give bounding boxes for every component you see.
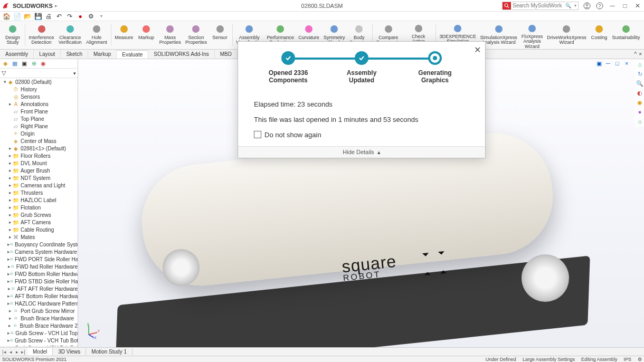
new-icon[interactable]: 📄 — [13, 13, 21, 20]
expand-icon[interactable]: ▾ — [2, 79, 7, 84]
expand-icon[interactable]: ▸ — [7, 308, 13, 313]
tree-item[interactable]: ◈Center of Mass — [0, 137, 78, 145]
tree-item[interactable]: ⌖Origin — [0, 130, 78, 137]
title-chevron-icon[interactable]: ▸ — [55, 3, 58, 8]
tree-search-icon[interactable]: ⊕ — [30, 60, 37, 68]
ribbon-markup[interactable]: Markup — [136, 22, 157, 48]
tree-pattern[interactable]: ▸⌗FWD PORT Side Roller Hardware — [0, 255, 78, 263]
help-icon[interactable]: ? — [595, 2, 604, 10]
sidebar-filter[interactable]: ▽ ▾ — [0, 69, 78, 78]
tab-mbd[interactable]: MBD — [215, 50, 238, 58]
ribbon-driveworksxpress-wizard[interactable]: DriveWorksXpress Wizard — [545, 22, 588, 48]
search-input[interactable] — [511, 3, 564, 8]
expand-icon[interactable]: ▸ — [7, 227, 13, 232]
tree-item[interactable]: ▱Top Plane — [0, 115, 78, 122]
search-dropdown-icon[interactable]: ▾ — [573, 3, 578, 8]
vp-tile-icon[interactable]: ▣ — [596, 60, 604, 68]
expand-icon[interactable]: ▸ — [7, 183, 13, 188]
expand-icon[interactable]: ▸ — [7, 160, 13, 166]
tabstrip-minimize-icon[interactable]: ^ — [634, 51, 637, 57]
tree-pattern[interactable]: ▸⌗AFT Bottom Roller Hardware HD — [0, 292, 78, 300]
status-segment[interactable]: Large Assembly Settings — [523, 357, 575, 362]
ribbon-mass-properties[interactable]: Mass Properties — [157, 22, 183, 48]
save-icon[interactable]: 💾 — [34, 13, 42, 20]
btab-next-icon[interactable]: ▸ — [14, 349, 20, 355]
feature-tree[interactable]: ▾◆02800 (Default)⏱History◎Sensors▸AAnnot… — [0, 78, 78, 346]
expand-icon[interactable]: ▸ — [7, 101, 13, 107]
tree-pattern[interactable]: ▸⌗Port Grub Screw Mirror — [0, 307, 78, 315]
tree-pattern[interactable]: ▸⌗Brush Brace Hardware 2 — [0, 322, 78, 329]
expand-icon[interactable]: ▸ — [7, 153, 13, 158]
vt-appearance-icon[interactable]: ● — [636, 108, 644, 116]
tree-item[interactable]: ▱Right Plane — [0, 122, 78, 130]
search-zoom-icon[interactable]: 🔍 — [564, 3, 573, 8]
tree-root[interactable]: ▾◆02800 (Default) — [0, 78, 78, 85]
open-icon[interactable]: 📂 — [23, 13, 32, 20]
bottom-tab-3d-views[interactable]: 3D Views — [53, 348, 86, 355]
expand-icon[interactable]: ▸ — [7, 234, 13, 240]
btab-last-icon[interactable]: ▸| — [20, 349, 26, 355]
search-box[interactable]: 🔍 ▾ — [502, 2, 579, 10]
expand-icon[interactable]: ▸ — [7, 205, 13, 210]
maximize-button[interactable]: □ — [621, 2, 629, 10]
expand-icon[interactable]: ▸ — [7, 212, 13, 217]
vt-home-icon[interactable]: ⌂ — [636, 60, 644, 69]
hide-details-button[interactable]: Hide Details ▴ — [238, 146, 485, 158]
btab-prev-icon[interactable]: ◂ — [7, 349, 14, 355]
options-icon[interactable]: ⚙ — [87, 13, 95, 20]
rebuild-icon[interactable]: ● — [76, 13, 84, 20]
expand-icon[interactable]: ▸ — [7, 168, 13, 173]
tree-pattern[interactable]: ▸⌗FWD Bottom Roller Hardware — [0, 270, 78, 278]
tree-pattern[interactable]: ▸⌗FWD STBD Side Roller Hardware — [0, 278, 78, 285]
ribbon-measure[interactable]: Measure — [113, 22, 135, 48]
expand-icon[interactable]: ▸ — [7, 175, 13, 180]
ribbon-floxpress-analysis-wizard[interactable]: FloXpress Analysis Wizard — [519, 22, 545, 48]
tree-pattern[interactable]: ▸⌗Grub Screw - VCH Tub Bottom — [0, 337, 78, 344]
btab-first-icon[interactable]: |◂ — [1, 349, 7, 355]
expand-icon[interactable]: ▸ — [7, 146, 13, 151]
tree-folder[interactable]: ▸📁NDT System — [0, 174, 78, 182]
minimize-button[interactable]: ─ — [608, 2, 617, 10]
vt-orbit-icon[interactable]: ↻ — [636, 70, 644, 78]
tabstrip-close-icon[interactable]: × — [639, 51, 642, 57]
tree-folder[interactable]: ▸📁DVL Mount — [0, 159, 78, 167]
tab-solidworks-add-ins[interactable]: SOLIDWORKS Add-Ins — [148, 50, 214, 58]
do-not-show-checkbox[interactable] — [254, 131, 261, 138]
status-gear-icon[interactable]: ⚙ — [638, 357, 642, 362]
vt-scene-icon[interactable]: ☼ — [636, 117, 644, 126]
ribbon-costing[interactable]: Costing — [589, 22, 610, 48]
tree-item[interactable]: ▱Front Plane — [0, 108, 78, 115]
expand-icon[interactable]: ▸ — [7, 220, 13, 225]
redo-icon[interactable]: ↷ — [65, 13, 74, 20]
home-icon[interactable]: 🏠 — [2, 13, 11, 20]
tree-pattern[interactable]: ▸⌗Grub Screw - VCH Lid Top — [0, 329, 78, 337]
tree-folder[interactable]: ▸📁Floor Rollers — [0, 152, 78, 159]
tree-folder[interactable]: ▸📁HAZLOC Label — [0, 196, 78, 204]
tree-pattern[interactable]: ▸⌗AFT AFT Roller Hardware — [0, 285, 78, 292]
ribbon-section-properties[interactable]: Section Properties — [183, 22, 209, 48]
ribbon-sustainability[interactable]: Sustainability — [610, 22, 642, 48]
tree-pattern[interactable]: ▸⌗Camera System Hardware Pattern — [0, 248, 78, 255]
vt-display-icon[interactable]: ◉ — [636, 98, 644, 107]
status-segment[interactable]: Under Defined — [486, 357, 516, 362]
tree-folder[interactable]: ▸📁Flotation — [0, 204, 78, 211]
tree-view-icon[interactable]: ◉ — [40, 60, 47, 68]
vt-section-icon[interactable]: ◐ — [636, 89, 644, 97]
tree-item[interactable]: ⏱History — [0, 85, 78, 93]
tree-folder[interactable]: ▸📁Auger Brush — [0, 167, 78, 174]
vp-min-icon[interactable]: ─ — [606, 60, 613, 68]
tree-folder[interactable]: ▸📁Cameras and Light — [0, 182, 78, 189]
tab-markup[interactable]: Markup — [88, 50, 117, 58]
filter-dropdown-icon[interactable]: ▾ — [73, 71, 76, 76]
tree-item[interactable]: ▸AAnnotations — [0, 100, 78, 108]
tree-pattern[interactable]: ▸⌗Brush Brace Hardware — [0, 315, 78, 322]
tab-layout[interactable]: Layout — [34, 50, 61, 58]
vt-zoom-icon[interactable]: 🔍 — [636, 79, 644, 88]
tab-sketch[interactable]: Sketch — [61, 50, 88, 58]
print-icon[interactable]: 🖨 — [44, 13, 53, 20]
tree-item[interactable]: ▸◆02881<1> (Default) — [0, 145, 78, 152]
status-segment[interactable]: Editing Assembly — [581, 357, 618, 362]
tree-pattern[interactable]: ▸⌗FWD fwd Roller Hardware — [0, 263, 78, 270]
tree-pattern[interactable]: ▸⌗HAZLOC Hardware Pattern — [0, 300, 78, 307]
expand-icon[interactable]: ▸ — [7, 286, 11, 291]
